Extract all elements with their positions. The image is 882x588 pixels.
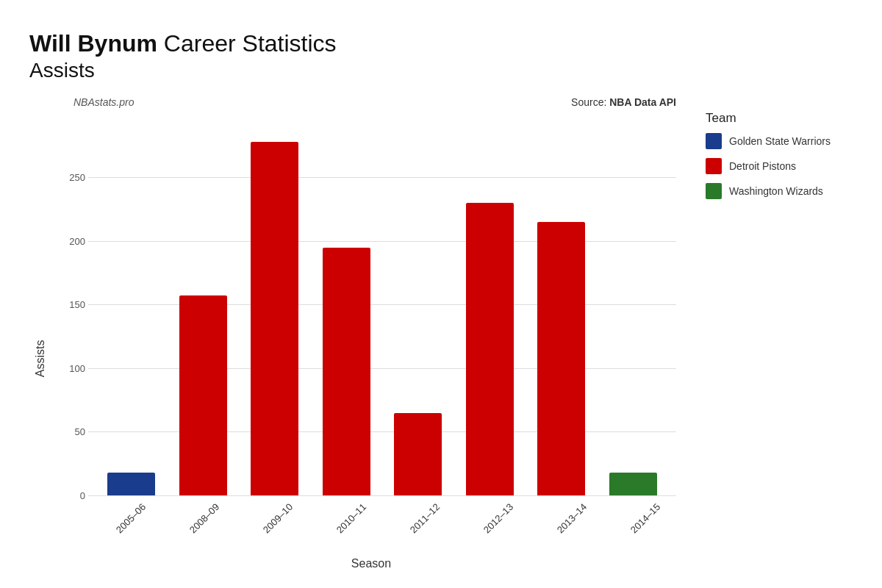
y-tick-label: 0 — [51, 490, 85, 501]
y-tick-label: 200 — [51, 235, 85, 246]
title-regular: Career Statistics — [157, 30, 337, 57]
x-tick: 2012–13 — [462, 495, 524, 554]
x-tick-label: 2011–12 — [408, 501, 442, 535]
y-tick-label: 100 — [51, 362, 85, 373]
y-tick-label: 250 — [51, 172, 85, 183]
source-text: Source: NBA Data API — [571, 96, 676, 108]
bar-group — [459, 114, 521, 495]
x-tick-label: 2009–10 — [261, 501, 295, 535]
page: Will Bynum Career Statistics Assists NBA… — [0, 0, 882, 588]
legend-item-label: Detroit Pistons — [729, 160, 796, 172]
x-tick: 2011–12 — [388, 495, 451, 554]
bar — [537, 222, 585, 495]
x-tick-label: 2010–11 — [334, 501, 368, 535]
bar — [609, 473, 657, 495]
source-watermark: NBAstats.pro Source: NBA Data API — [29, 96, 691, 114]
bar — [179, 295, 227, 495]
chart-area: NBAstats.pro Source: NBA Data API Assist… — [29, 96, 853, 573]
legend-item: Washington Wizards — [706, 183, 853, 199]
legend-color-swatch — [706, 158, 722, 174]
chart-inner: Assists 050100150200250 2005–062008–0920… — [29, 114, 691, 573]
bar-group — [315, 114, 378, 495]
y-axis-label: Assists — [29, 114, 51, 573]
legend-items: Golden State Warriors Detroit Pistons Wa… — [706, 133, 853, 199]
x-tick: 2010–11 — [315, 495, 377, 554]
chart-container: NBAstats.pro Source: NBA Data API Assist… — [29, 96, 691, 573]
bar — [466, 203, 514, 495]
x-axis: 2005–062008–092009–102010–112011–122012–… — [51, 495, 691, 554]
watermark-text: NBAstats.pro — [74, 96, 134, 108]
x-tick: 2008–09 — [168, 495, 230, 554]
x-tick-label: 2012–13 — [481, 501, 515, 535]
bar-group — [100, 114, 162, 495]
legend-item: Golden State Warriors — [706, 133, 853, 149]
y-tick-label: 150 — [51, 299, 85, 310]
legend: Team Golden State Warriors Detroit Pisto… — [691, 96, 853, 573]
legend-item-label: Washington Wizards — [729, 185, 823, 197]
bar-group — [602, 114, 664, 495]
chart-subtitle: Assists — [29, 57, 853, 84]
chart-title: Will Bynum Career Statistics — [29, 29, 853, 57]
x-tick: 2013–14 — [535, 495, 598, 554]
bar-group — [530, 114, 592, 495]
y-tick-label: 50 — [51, 426, 85, 437]
x-tick-label: 2013–14 — [555, 501, 589, 535]
bar-group — [243, 114, 306, 495]
legend-title: Team — [706, 111, 853, 126]
legend-color-swatch — [706, 183, 722, 199]
x-tick: 2009–10 — [241, 495, 304, 554]
x-tick: 2014–15 — [609, 495, 671, 554]
x-tick-label: 2014–15 — [628, 501, 662, 535]
title-block: Will Bynum Career Statistics Assists — [29, 29, 853, 85]
bar-group — [387, 114, 449, 495]
bar-group — [172, 114, 234, 495]
legend-color-swatch — [706, 133, 722, 149]
x-tick: 2005–06 — [94, 495, 157, 554]
bar — [323, 248, 370, 495]
legend-item-label: Golden State Warriors — [729, 135, 831, 147]
plot-area: 050100150200250 — [51, 114, 691, 495]
bar — [394, 413, 442, 495]
bar — [251, 142, 298, 495]
bars-wrapper — [88, 114, 676, 495]
x-axis-title: Season — [51, 554, 691, 573]
legend-item: Detroit Pistons — [706, 158, 853, 174]
x-tick-label: 2008–09 — [187, 501, 221, 535]
player-name: Will Bynum — [29, 30, 157, 57]
bar — [107, 473, 155, 495]
chart-with-axes: 050100150200250 2005–062008–092009–10201… — [51, 114, 691, 573]
x-tick-label: 2005–06 — [114, 501, 148, 535]
